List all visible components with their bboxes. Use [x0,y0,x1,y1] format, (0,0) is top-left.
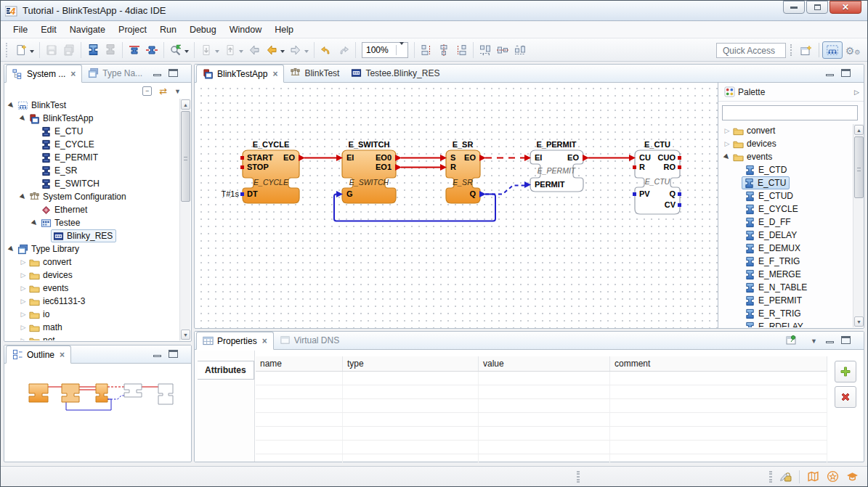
back-gray-button[interactable] [246,41,263,59]
menu-run[interactable]: Run [153,22,183,37]
tree-item[interactable]: E_CYCLE [6,138,179,151]
tree-item[interactable]: E_PERMIT [6,151,179,164]
scroll-up-icon[interactable]: ▲ [181,99,190,110]
tab-virtual-dns[interactable]: Virtual DNS [274,331,345,349]
quick-access-field[interactable]: Quick Access [716,43,786,58]
palette-header[interactable]: Palette ▷ [718,83,864,102]
tree-item[interactable]: ▷math [6,321,179,334]
minimize-view-icon[interactable] [153,69,162,77]
menu-help[interactable]: Help [268,22,300,37]
editor-tab-blinktestapp[interactable]: BlinkTestApp × [196,65,284,83]
col-comment[interactable]: comment [610,356,827,371]
tab-close-icon[interactable]: × [272,69,277,79]
fb-e-sr[interactable]: E_SR E_SR S R EO Q [440,140,486,203]
table-row[interactable] [256,385,827,399]
align-middle-button[interactable] [494,41,511,59]
align-left-button[interactable] [418,41,435,59]
minimize-editor-icon[interactable] [825,69,835,77]
menu-edit[interactable]: Edit [34,22,63,37]
palette-search-input[interactable] [722,105,858,120]
close-button[interactable]: ✕ [830,1,861,14]
menu-file[interactable]: File [7,22,34,37]
minimize-view-icon[interactable] [153,350,162,358]
palette-item[interactable]: E_CYCLE [720,202,852,216]
tree-item[interactable]: ▶BlinkTest [6,99,179,112]
outline-thumbnail[interactable] [25,378,182,429]
palette-item-selected[interactable]: E_CTU [720,176,852,189]
palette-scrollbar[interactable]: ▲ ▼ [853,124,864,327]
tutorials-icon[interactable] [807,470,819,483]
debug-perspective-button[interactable]: ⚙⚙ [844,42,861,60]
search-dropdown[interactable] [184,50,189,55]
col-type[interactable]: type [343,356,479,371]
back-dropdown[interactable] [280,50,285,55]
tab-outline[interactable]: Outline × [6,345,71,364]
go-into-button[interactable] [222,41,239,59]
tree-item[interactable]: ▷io [6,308,179,321]
palette-item[interactable]: E_DELAY [720,229,852,242]
fb-e-switch[interactable]: E_SWITCH E_SWITCH EI EO0 EO1 G [336,140,402,203]
last-edit-location-button[interactable] [198,41,215,59]
editor-tab-blinktest[interactable]: BlinkTest [284,64,345,82]
align-top-button[interactable] [476,41,494,59]
fb-e-permit[interactable]: E_PERMIT E_PERMIT EI EO PERMIT [524,140,589,192]
pin-view-icon[interactable] [785,335,797,349]
table-row[interactable] [256,372,827,385]
toolbar-drag-handle[interactable] [6,43,9,57]
learn-icon[interactable] [846,470,859,483]
scroll-up-icon[interactable]: ▲ [854,125,864,135]
tree-item-selected[interactable]: Blinky_RES [6,229,179,242]
tree-item[interactable]: ▷devices [6,269,179,282]
save-button[interactable] [43,41,60,59]
menu-debug[interactable]: Debug [183,22,223,37]
restore-button[interactable] [806,1,828,14]
palette-item[interactable]: E_MERGE [720,268,852,281]
maximize-view-icon[interactable] [169,350,178,358]
tree-item[interactable]: ▶System Configuration [6,190,179,203]
tree-item[interactable]: Ethernet [6,203,179,216]
tree-item[interactable]: ▶Type Library [6,242,179,255]
col-value[interactable]: value [479,356,610,371]
title-bar[interactable]: 4 Tutorial - BlinkTestApp - 4diac IDE ✕ [1,1,867,21]
palette-pin-arrow-icon[interactable]: ▷ [854,89,859,96]
fb-e-ctu[interactable]: E_CTU E_CTU CU R CUO RO PV Q CV [629,140,681,214]
statusbar-handle[interactable] [577,471,580,483]
table-row[interactable] [256,413,827,427]
minimize-button[interactable] [783,1,805,14]
new-wizard-dropdown[interactable] [30,50,34,55]
search-button[interactable] [167,41,184,59]
table-row[interactable] [256,441,827,454]
view-menu-icon[interactable]: ▼ [811,337,817,345]
view-menu-icon[interactable]: ▼ [174,88,181,95]
system-perspective-button[interactable] [822,41,843,59]
minimize-view-icon[interactable] [825,336,835,344]
maximize-editor-icon[interactable] [841,69,851,77]
statusbar-handle[interactable] [769,471,772,483]
tree-item[interactable]: E_SR [6,164,179,177]
scroll-down-icon[interactable]: ▼ [854,316,864,327]
save-all-button[interactable] [60,41,78,59]
collapse-all-icon[interactable]: − [142,86,152,96]
palette-item[interactable]: E_N_TABLE [720,281,852,294]
zoom-select[interactable]: 100% [362,42,408,58]
col-name[interactable]: name [256,356,343,371]
palette-item[interactable]: E_PERMIT [720,294,852,307]
delete-attribute-button[interactable] [835,386,856,408]
tab-properties[interactable]: Properties × [196,332,274,350]
tree-item[interactable]: ▶Testee [6,216,179,229]
last-edit-dropdown[interactable] [215,50,219,55]
palette-item[interactable]: E_R_TRIG [720,307,852,320]
palette-item[interactable]: E_DEMUX [720,242,852,255]
tab-system-management[interactable]: System ... × [6,65,82,83]
scroll-down-icon[interactable]: ▼ [181,330,190,340]
tree-item[interactable]: ▶BlinkTestApp [6,112,179,125]
palette-item[interactable]: E_CTD [720,163,852,176]
samples-icon[interactable] [827,470,839,483]
tab-close-icon[interactable]: × [70,69,76,79]
fb-type-button[interactable] [84,41,102,59]
palette-item[interactable]: E_CTUD [720,189,852,202]
tree-item[interactable]: E_SWITCH [6,177,179,190]
tree-scrollbar[interactable]: ▲ ▼ [179,99,190,340]
tab-close-icon[interactable]: × [60,350,65,360]
open-perspective-button[interactable] [798,42,815,60]
